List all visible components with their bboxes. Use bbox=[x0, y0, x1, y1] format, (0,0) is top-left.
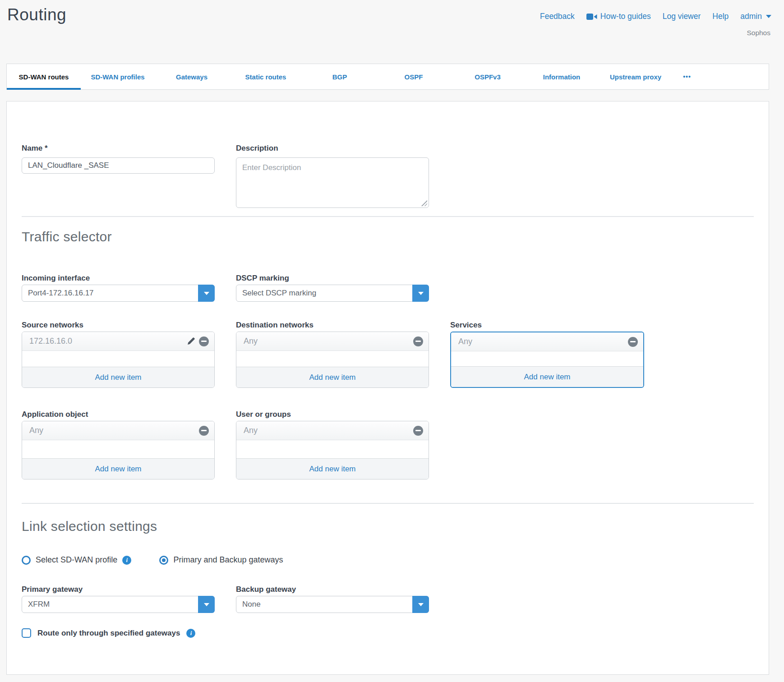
list-item: Any bbox=[22, 421, 214, 440]
incoming-interface-label: Incoming interface bbox=[22, 274, 215, 283]
section-divider bbox=[22, 503, 754, 504]
destination-networks-label: Destination networks bbox=[236, 321, 429, 330]
backup-gateway-select[interactable]: None bbox=[236, 596, 429, 613]
list-item-label: Any bbox=[29, 426, 43, 435]
link-selection-heading: Link selection settings bbox=[22, 518, 754, 535]
tab-bgp[interactable]: BGP bbox=[303, 64, 377, 89]
user-or-groups-box: Any Add new item bbox=[236, 421, 429, 479]
traffic-selector-heading: Traffic selector bbox=[22, 229, 754, 245]
video-camera-icon bbox=[586, 13, 597, 20]
log-viewer-link[interactable]: Log viewer bbox=[663, 12, 701, 21]
section-divider bbox=[22, 216, 754, 217]
remove-item-icon[interactable] bbox=[413, 426, 423, 436]
description-textarea[interactable] bbox=[236, 157, 429, 208]
howto-guides-link[interactable]: How-to guides bbox=[586, 12, 651, 21]
info-icon[interactable]: i bbox=[186, 629, 195, 638]
list-item-label: Any bbox=[244, 336, 258, 346]
user-or-groups-label: User or groups bbox=[236, 410, 429, 419]
remove-item-icon[interactable] bbox=[628, 337, 638, 347]
top-nav: Feedback How-to guides Log viewer Help a… bbox=[540, 12, 771, 21]
edit-pencil-icon[interactable] bbox=[186, 336, 196, 346]
application-object-label: Application object bbox=[22, 410, 215, 419]
add-new-item-button[interactable]: Add new item bbox=[22, 458, 214, 479]
list-empty-area bbox=[236, 351, 429, 367]
tab-sd-wan-profiles[interactable]: SD-WAN profiles bbox=[81, 64, 155, 89]
list-item: Any bbox=[236, 332, 429, 351]
list-empty-area bbox=[451, 351, 643, 366]
incoming-interface-select[interactable]: Port4-172.16.16.17 bbox=[22, 285, 215, 302]
tab-upstream-proxy[interactable]: Upstream proxy bbox=[599, 64, 673, 89]
dropdown-arrow-icon[interactable] bbox=[412, 596, 429, 613]
sd-wan-route-form: Name * Description Traffic selector Inco… bbox=[6, 101, 769, 675]
add-new-item-button[interactable]: Add new item bbox=[236, 367, 429, 387]
backup-gateway-label: Backup gateway bbox=[236, 585, 429, 594]
route-only-checkbox[interactable] bbox=[22, 628, 31, 638]
name-label: Name * bbox=[22, 144, 215, 153]
add-new-item-button[interactable]: Add new item bbox=[451, 366, 643, 387]
add-new-item-button[interactable]: Add new item bbox=[22, 367, 214, 387]
primary-gateway-select[interactable]: XFRM bbox=[22, 596, 215, 613]
name-input[interactable] bbox=[22, 157, 215, 174]
radio-label: Primary and Backup gateways bbox=[173, 555, 283, 565]
tab-gateways[interactable]: Gateways bbox=[155, 64, 229, 89]
list-item-label: Any bbox=[458, 337, 472, 346]
destination-networks-box: Any Add new item bbox=[236, 332, 429, 388]
tab-static-routes[interactable]: Static routes bbox=[229, 64, 303, 89]
primary-gateway-value: XFRM bbox=[28, 600, 50, 609]
remove-item-icon[interactable] bbox=[199, 336, 209, 346]
radio-label: Select SD-WAN profile bbox=[36, 555, 117, 565]
radio-primary-backup-gateways[interactable]: Primary and Backup gateways bbox=[159, 555, 283, 565]
help-link[interactable]: Help bbox=[712, 12, 729, 21]
dscp-marking-select[interactable]: Select DSCP marking bbox=[236, 285, 429, 302]
dropdown-arrow-icon[interactable] bbox=[412, 285, 429, 302]
page-header: Routing Feedback How-to guides Log viewe… bbox=[0, 0, 784, 64]
tab-information[interactable]: Information bbox=[525, 64, 599, 89]
remove-item-icon[interactable] bbox=[199, 426, 209, 436]
source-networks-label: Source networks bbox=[22, 321, 215, 330]
list-item: Any bbox=[236, 421, 429, 440]
list-item: Any bbox=[451, 332, 643, 351]
source-networks-box: 172.16.16.0 Add new item bbox=[22, 332, 215, 388]
brand-label: Sophos bbox=[747, 29, 770, 37]
info-icon[interactable]: i bbox=[122, 556, 131, 565]
feedback-link[interactable]: Feedback bbox=[540, 12, 575, 21]
application-object-box: Any Add new item bbox=[22, 421, 215, 479]
backup-gateway-value: None bbox=[242, 600, 261, 609]
radio-select-sdwan-profile[interactable]: Select SD-WAN profile i bbox=[22, 555, 131, 565]
dropdown-arrow-icon[interactable] bbox=[198, 285, 215, 302]
chevron-down-icon bbox=[766, 15, 771, 18]
dropdown-arrow-icon[interactable] bbox=[198, 596, 215, 613]
tab-sd-wan-routes[interactable]: SD-WAN routes bbox=[7, 64, 81, 89]
add-new-item-button[interactable]: Add new item bbox=[236, 458, 429, 479]
services-label: Services bbox=[450, 321, 644, 330]
description-label: Description bbox=[236, 144, 429, 153]
tab-ospfv3[interactable]: OSPFv3 bbox=[451, 64, 525, 89]
remove-item-icon[interactable] bbox=[413, 336, 423, 346]
list-item-label: 172.16.16.0 bbox=[29, 336, 72, 346]
list-empty-area bbox=[236, 440, 429, 458]
dscp-marking-label: DSCP marking bbox=[236, 274, 429, 283]
admin-menu[interactable]: admin bbox=[740, 12, 771, 21]
page-title: Routing bbox=[7, 5, 66, 24]
route-only-row: Route only through specified gateways i bbox=[22, 628, 754, 638]
services-box: Any Add new item bbox=[450, 332, 644, 388]
primary-gateway-label: Primary gateway bbox=[22, 585, 215, 594]
route-only-label: Route only through specified gateways bbox=[37, 629, 180, 638]
list-item-label: Any bbox=[244, 426, 258, 435]
tabs-overflow-button[interactable]: ••• bbox=[673, 64, 701, 89]
radio-icon[interactable] bbox=[22, 556, 31, 565]
tab-ospf[interactable]: OSPF bbox=[377, 64, 451, 89]
radio-selected-icon[interactable] bbox=[159, 556, 168, 565]
list-empty-area bbox=[22, 440, 214, 458]
list-item: 172.16.16.0 bbox=[22, 332, 214, 351]
tab-bar: SD-WAN routes SD-WAN profiles Gateways S… bbox=[6, 64, 769, 90]
list-empty-area bbox=[22, 351, 214, 367]
dscp-marking-value: Select DSCP marking bbox=[242, 289, 316, 298]
incoming-interface-value: Port4-172.16.16.17 bbox=[28, 289, 94, 298]
